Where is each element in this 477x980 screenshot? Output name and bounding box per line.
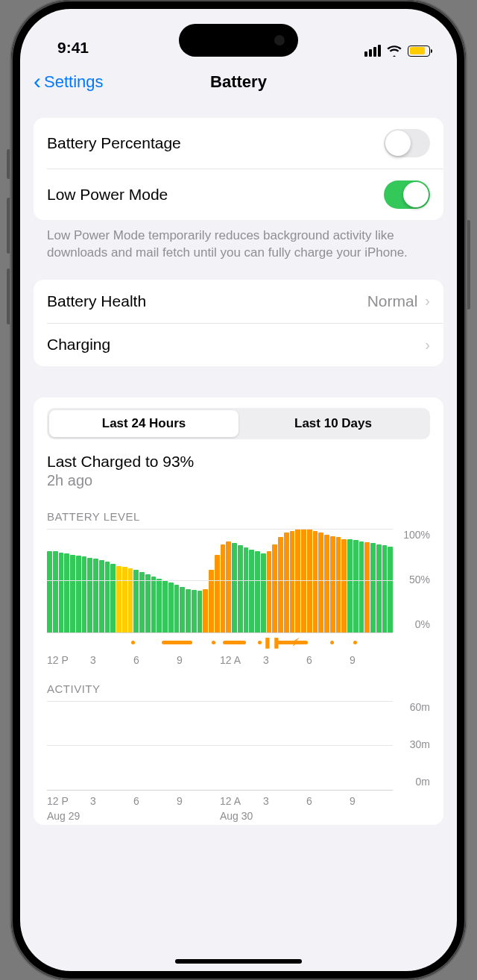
chevron-right-icon: › (425, 292, 430, 310)
back-label: Settings (44, 72, 104, 92)
segment-last-24h[interactable]: Last 24 Hours (49, 410, 238, 437)
battery-level-chart: 100% 50% 0% (47, 529, 430, 633)
back-button[interactable]: ‹ Settings (34, 72, 104, 92)
battery-level-title: BATTERY LEVEL (47, 510, 430, 523)
battery-health-row[interactable]: Battery Health Normal › (34, 280, 443, 323)
cellular-icon (364, 45, 381, 57)
dynamic-island (179, 24, 298, 57)
x-axis-labels: 12 P36912 A369 (47, 795, 430, 807)
date-labels: Aug 29 Aug 30 (47, 810, 430, 822)
charging-row[interactable]: Charging › (47, 323, 443, 366)
low-power-mode-footer: Low Power Mode temporarily reduces backg… (34, 220, 443, 262)
charts-card: Last 24 Hours Last 10 Days Last Charged … (34, 398, 443, 825)
health-card: Battery Health Normal › Charging › (34, 280, 443, 366)
chevron-right-icon: › (425, 336, 430, 354)
low-power-mode-row[interactable]: Low Power Mode (47, 169, 443, 220)
time-range-segmented-control[interactable]: Last 24 Hours Last 10 Days (47, 408, 430, 439)
last-charged-title: Last Charged to 93% (47, 453, 430, 471)
wifi-icon (387, 45, 402, 57)
chevron-left-icon: ‹ (34, 70, 41, 92)
row-label: Battery Health (47, 292, 367, 310)
battery-percentage-toggle[interactable] (384, 129, 430, 157)
row-value: Normal (367, 292, 418, 310)
last-charged-subtitle: 2h ago (47, 472, 430, 489)
charging-indicators: ❚❚ ⚡︎ (47, 636, 430, 650)
nav-header: ‹ Settings Battery (20, 61, 457, 103)
page-title: Battery (210, 72, 267, 92)
battery-icon (408, 45, 430, 57)
x-axis-labels: 12 P36912 A369 (47, 654, 430, 666)
battery-percentage-row[interactable]: Battery Percentage (34, 118, 443, 169)
segment-last-10d[interactable]: Last 10 Days (238, 410, 428, 437)
bolt-icon: ⚡︎ (292, 636, 300, 648)
row-label: Charging (47, 336, 425, 354)
home-indicator[interactable] (175, 959, 302, 964)
clock: 9:41 (57, 39, 89, 56)
row-label: Low Power Mode (47, 186, 384, 204)
row-label: Battery Percentage (47, 134, 384, 152)
low-power-mode-toggle[interactable] (384, 180, 430, 209)
toggle-card: Battery Percentage Low Power Mode (34, 118, 443, 220)
activity-title: ACTIVITY (47, 682, 430, 695)
activity-chart: 60m 30m 0m (47, 701, 430, 791)
